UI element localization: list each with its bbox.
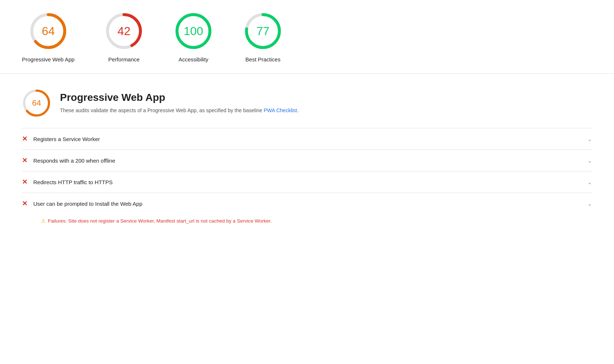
pwa-checklist-link[interactable]: PWA Checklist — [264, 107, 297, 113]
chevron-icon-install-prompt[interactable]: ⌄ — [587, 200, 592, 207]
audit-list: ✕ Registers a Service Worker ⌄ ✕ Respond… — [22, 128, 592, 230]
desc-before: These audits validate the aspects of a P… — [60, 107, 264, 113]
fail-icon-offline-200: ✕ — [22, 156, 27, 164]
gauge-pwa: 64 — [28, 11, 68, 51]
score-label-accessibility: Accessibility — [178, 56, 208, 62]
audit-left-offline-200: ✕ Responds with a 200 when offline — [22, 156, 115, 164]
score-label-performance: Performance — [108, 56, 140, 62]
score-item-performance[interactable]: 42 Performance — [104, 11, 144, 62]
detail-section: 64 Progressive Web App These audits vali… — [0, 74, 614, 230]
gauge-value-best-practices: 77 — [256, 24, 270, 38]
score-item-accessibility[interactable]: 100 Accessibility — [173, 11, 214, 62]
desc-after: . — [297, 107, 298, 113]
audit-failure-install-prompt: ⚠Failures: Site does not register a Serv… — [22, 214, 592, 230]
detail-title: Progressive Web App — [60, 92, 298, 103]
audit-left-install-prompt: ✕ User can be prompted to Install the We… — [22, 200, 142, 208]
score-label-pwa: Progressive Web App — [22, 56, 75, 62]
gauge-value-pwa: 64 — [42, 24, 55, 38]
gauge-best-practices: 77 — [243, 11, 283, 51]
audit-item-install-prompt[interactable]: ✕ User can be prompted to Install the We… — [22, 193, 592, 214]
audit-left-https-redirect: ✕ Redirects HTTP traffic to HTTPS — [22, 178, 113, 186]
score-item-best-practices[interactable]: 77 Best Practices — [243, 11, 283, 62]
audit-item-offline-200[interactable]: ✕ Responds with a 200 when offline ⌄ — [22, 149, 592, 171]
detail-header: 64 Progressive Web App These audits vali… — [22, 88, 592, 118]
fail-icon-install-prompt: ✕ — [22, 200, 27, 208]
scores-row: 64 Progressive Web App 42 Performance 10… — [0, 0, 614, 74]
chevron-icon-https-redirect[interactable]: ⌄ — [587, 179, 592, 186]
chevron-icon-service-worker[interactable]: ⌄ — [587, 136, 592, 143]
fail-icon-service-worker: ✕ — [22, 135, 27, 143]
audit-title-service-worker: Registers a Service Worker — [33, 136, 100, 142]
chevron-icon-offline-200[interactable]: ⌄ — [587, 157, 592, 164]
fail-icon-https-redirect: ✕ — [22, 178, 27, 186]
gauge-performance: 42 — [104, 11, 144, 51]
audit-item-https-redirect[interactable]: ✕ Redirects HTTP traffic to HTTPS ⌄ — [22, 171, 592, 193]
gauge-accessibility: 100 — [173, 11, 214, 51]
detail-score-value: 64 — [32, 98, 41, 108]
audit-title-install-prompt: User can be prompted to Install the Web … — [33, 201, 142, 207]
score-label-best-practices: Best Practices — [245, 56, 280, 62]
audit-title-https-redirect: Redirects HTTP traffic to HTTPS — [33, 179, 113, 185]
gauge-value-accessibility: 100 — [184, 24, 203, 38]
detail-gauge: 64 — [22, 88, 51, 118]
audit-item-service-worker[interactable]: ✕ Registers a Service Worker ⌄ — [22, 128, 592, 149]
score-item-pwa[interactable]: 64 Progressive Web App — [22, 11, 75, 62]
detail-description: These audits validate the aspects of a P… — [60, 106, 298, 114]
warning-icon-install-prompt: ⚠ — [41, 218, 46, 224]
audit-title-offline-200: Responds with a 200 when offline — [33, 158, 115, 164]
gauge-value-performance: 42 — [117, 24, 131, 38]
audit-left-service-worker: ✕ Registers a Service Worker — [22, 135, 100, 143]
detail-title-block: Progressive Web App These audits validat… — [60, 92, 298, 114]
